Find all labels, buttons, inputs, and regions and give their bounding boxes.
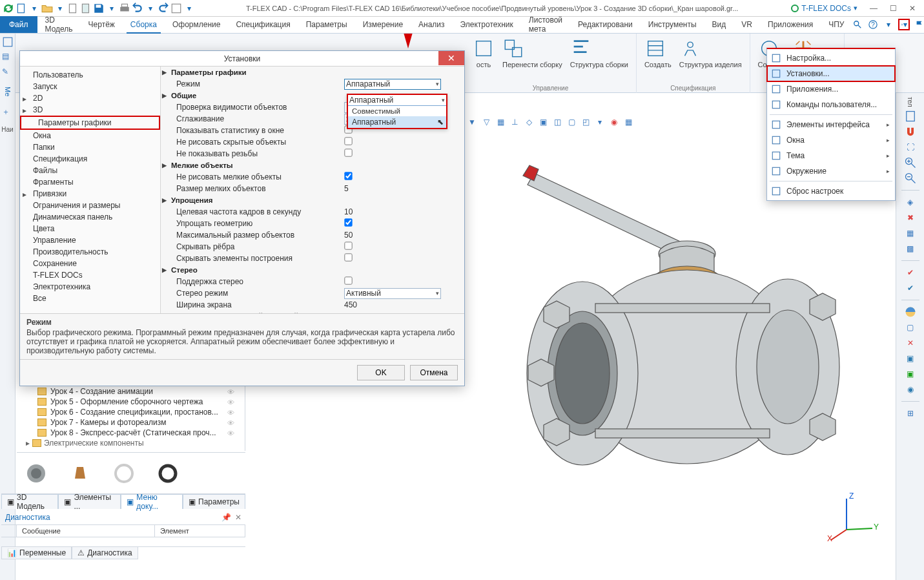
dropdown-icon[interactable]: ▾ — [54, 3, 66, 14]
dropdown-icon[interactable]: ▾ — [28, 3, 40, 14]
ribbon-icon[interactable] — [644, 37, 666, 59]
ribbon-icon[interactable] — [570, 37, 592, 59]
tflex-docs-button[interactable]: T-FLEX DOCs▾ — [786, 2, 862, 15]
menu-item[interactable]: Установки... — [767, 66, 895, 81]
param-value[interactable]: 10 — [344, 207, 441, 216]
tree-node[interactable]: Сохранение — [20, 258, 160, 269]
tree-node[interactable]: Ограничения и размеры — [20, 200, 160, 211]
tree-node[interactable]: Параметры графики — [20, 116, 160, 130]
tree-node[interactable]: Управление — [20, 234, 160, 246]
box3-icon[interactable]: ◰ — [580, 116, 591, 128]
tree-node[interactable]: Электротехника — [20, 281, 160, 293]
check-red-icon[interactable]: ✔ — [904, 266, 917, 279]
doc-icon[interactable] — [904, 110, 917, 123]
grid-icon[interactable]: ⊞ — [904, 407, 917, 420]
tree-node[interactable]: Пользователь — [20, 69, 160, 81]
main-tab[interactable]: ЧПУ — [821, 16, 852, 33]
bottom-tab[interactable]: ▣Параметры — [183, 494, 245, 509]
project-item[interactable]: Урок 8 - Экспресс-расчёт (Статическая пр… — [17, 428, 245, 438]
help-icon[interactable]: ? — [867, 19, 879, 30]
tree-node[interactable]: ▸Привязки — [20, 188, 160, 200]
tree-node[interactable]: Спецификация — [20, 153, 160, 165]
main-tab[interactable]: Инструменты — [641, 16, 704, 33]
param-value[interactable]: 100 — [344, 312, 441, 313]
main-tab[interactable]: Электротехник — [453, 16, 521, 33]
param-section-header[interactable]: ▶Мелкие объекты — [161, 160, 464, 171]
gear-icon[interactable]: ▾ — [898, 19, 910, 30]
menu-item[interactable]: Окна▸ — [767, 132, 895, 148]
param-section-header[interactable]: ▶Упрощения — [161, 194, 464, 206]
tree-node[interactable]: Динамическая панель — [20, 211, 160, 223]
bottom-tab[interactable]: ▣3D Модель — [1, 494, 58, 509]
shade-icon[interactable]: ▩ — [904, 242, 917, 255]
box5-icon[interactable]: ◉ — [608, 116, 620, 128]
thumb[interactable] — [67, 461, 93, 486]
globe-icon[interactable] — [904, 306, 917, 318]
cube-icon[interactable]: ▣ — [537, 116, 549, 128]
main-tab[interactable]: Измерение — [355, 16, 411, 33]
dropdown-icon[interactable]: ▾ — [183, 3, 195, 14]
doc2-icon[interactable] — [80, 3, 92, 14]
bottom-tab[interactable]: ▣Меню доку... — [121, 494, 183, 509]
maximize-button[interactable]: ☐ — [885, 3, 901, 14]
param-value[interactable] — [344, 172, 441, 182]
file-tab[interactable]: Файл — [0, 16, 37, 33]
combo-option[interactable]: Аппаратный⬉ — [348, 116, 446, 128]
doc-icon[interactable] — [67, 3, 79, 14]
magnet-icon[interactable] — [904, 125, 917, 138]
ribbon-icon[interactable] — [473, 37, 495, 59]
main-tab[interactable]: VR — [734, 16, 760, 33]
open-icon[interactable] — [41, 3, 53, 14]
param-section-header[interactable]: ▶Параметры графики — [161, 67, 464, 78]
close-icon[interactable]: ✕ — [235, 513, 241, 522]
part-blue-icon[interactable]: ▣ — [904, 352, 917, 365]
minimize-button[interactable]: — — [866, 3, 881, 14]
menu-item[interactable]: Приложения... — [767, 81, 895, 97]
param-value[interactable]: 450 — [344, 300, 441, 309]
undo-icon[interactable] — [132, 3, 143, 14]
delete-icon[interactable]: ✕ — [904, 337, 917, 349]
menu-item[interactable]: Сброс настроек — [767, 183, 895, 199]
zoom-out-icon[interactable] — [904, 172, 917, 185]
menu-item[interactable]: Настройка... — [767, 50, 895, 66]
tree-node[interactable]: T-FLEX DOCs — [20, 269, 160, 281]
iso-icon[interactable]: ◈ — [904, 196, 917, 209]
param-value[interactable]: Аппаратный▾ — [344, 79, 441, 90]
menu-item[interactable]: Команды пользователя... — [767, 97, 895, 112]
flag-icon[interactable] — [914, 19, 924, 30]
param-value[interactable]: Активный▾ — [344, 288, 441, 299]
tree-node[interactable]: Файлы — [20, 165, 160, 176]
dropdown-icon[interactable]: ▾ — [106, 3, 118, 14]
close-button[interactable]: ✕ — [905, 3, 920, 14]
project-item[interactable]: Урок 7 - Камеры и фотореализм👁 — [17, 417, 245, 428]
part-green-icon[interactable]: ▣ — [904, 368, 917, 380]
menu-item[interactable]: Тема▸ — [767, 148, 895, 163]
main-tab[interactable]: Параметры — [298, 16, 355, 33]
main-tab[interactable]: Анализ — [411, 16, 453, 33]
menu-item[interactable]: Окружение▸ — [767, 163, 895, 179]
box2-icon[interactable]: ▢ — [566, 116, 577, 128]
ribbon-icon[interactable] — [679, 37, 701, 59]
diag-tab[interactable]: 📊Переменные — [1, 547, 72, 559]
param-value[interactable] — [344, 242, 441, 252]
tree-node[interactable]: Все — [20, 293, 160, 304]
pin-icon[interactable]: 📌 — [221, 513, 231, 522]
project-category[interactable]: ▸Электрические компоненты — [17, 438, 245, 448]
search-icon[interactable] — [852, 19, 863, 30]
dropdown-icon[interactable]: ▾ — [883, 19, 894, 30]
main-tab[interactable]: Вид — [704, 16, 734, 33]
tree-node[interactable]: Фрагменты — [20, 176, 160, 188]
param-section-header[interactable]: ▶Стерео — [161, 264, 464, 276]
grid-icon[interactable] — [170, 3, 182, 14]
box1-icon[interactable]: ◫ — [551, 116, 563, 128]
bottom-tab[interactable]: ▣Элементы ... — [58, 494, 121, 509]
param-value[interactable] — [344, 253, 441, 264]
redo-icon[interactable] — [158, 3, 169, 14]
thumb[interactable] — [111, 461, 137, 486]
filter2-icon[interactable]: ▽ — [480, 116, 492, 128]
dropdown-icon[interactable]: ▾ — [145, 3, 156, 14]
param-value[interactable] — [344, 276, 441, 287]
save-icon[interactable] — [93, 3, 105, 14]
print-icon[interactable] — [119, 3, 130, 14]
project-item[interactable]: Урок 4 - Создание анимации👁 — [17, 386, 245, 397]
